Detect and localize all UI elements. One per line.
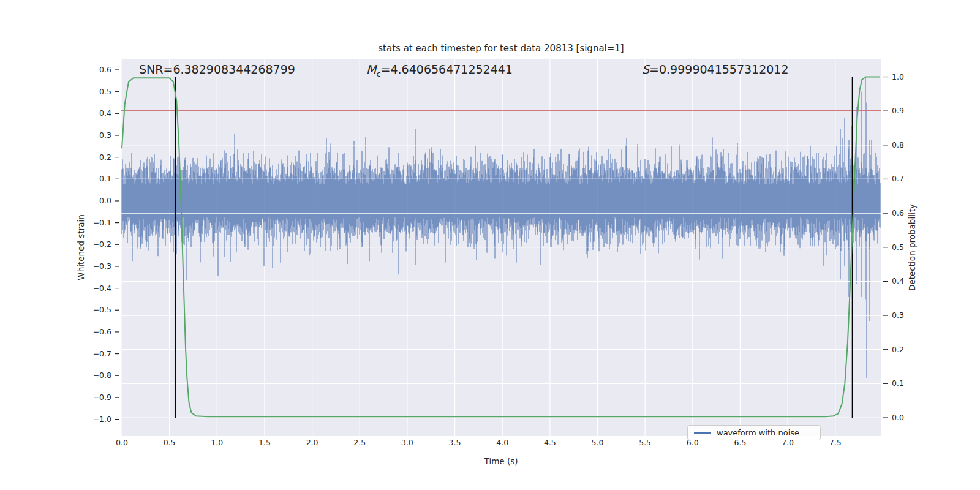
y-tick-label-right: 0.8 xyxy=(892,140,920,149)
x-tick-label: 5.0 xyxy=(584,438,611,447)
y-tick-label-left: −1.0 xyxy=(83,415,111,424)
y-tick-label-right: 0.4 xyxy=(892,276,920,285)
y-tick-label-left: 0.4 xyxy=(83,108,111,118)
legend-line-sample xyxy=(694,432,711,434)
x-tick-label: 2.0 xyxy=(299,438,326,447)
y-tick-label-right: 0.6 xyxy=(892,208,920,217)
y-tick-label-left: 0.2 xyxy=(83,153,111,162)
y-tick-label-left: 0.6 xyxy=(83,65,111,74)
figure: stats at each timestep for test data 208… xyxy=(0,0,980,490)
annotation-snr: SNR=6.382908344268799 xyxy=(139,62,295,76)
y-tick-label-left: −0.8 xyxy=(83,371,111,380)
x-tick-label: 1.0 xyxy=(203,438,230,447)
chart-title: stats at each timestep for test data 208… xyxy=(378,43,624,54)
annotation-s: S=0.9999041557312012 xyxy=(642,62,789,76)
y-tick-label-left: −0.2 xyxy=(83,239,111,249)
y-tick-label-left: 0.5 xyxy=(83,87,111,96)
x-tick-label: 0.0 xyxy=(108,438,135,447)
y-tick-label-left: −0.9 xyxy=(83,393,111,402)
y-tick-label-right: 0.3 xyxy=(892,311,920,320)
y-tick-label-left: 0.1 xyxy=(83,174,111,183)
x-tick-label: 1.5 xyxy=(251,438,278,447)
y-tick-label-left: −0.4 xyxy=(83,284,111,293)
legend: waveform with noise xyxy=(687,425,821,440)
y-tick-label-right: 0.2 xyxy=(892,345,920,354)
plot-area xyxy=(121,59,881,436)
x-tick-label: 3.0 xyxy=(394,438,421,447)
y-tick-label-right: 1.0 xyxy=(892,72,920,81)
y-tick-label-right: 0.7 xyxy=(892,174,920,183)
y-tick-label-left: −0.7 xyxy=(83,349,111,358)
annotation-m: Mc=4.640656471252441 xyxy=(366,62,513,78)
y-tick-label-right: 0.9 xyxy=(892,106,920,115)
x-tick-label: 4.0 xyxy=(489,438,516,447)
legend-label: waveform with noise xyxy=(717,428,799,437)
y-tick-label-left: 0.0 xyxy=(83,196,111,205)
x-tick-label: 3.5 xyxy=(442,438,469,447)
x-tick-label: 5.5 xyxy=(631,438,658,447)
y-tick-label-right: 0.5 xyxy=(892,243,920,252)
x-tick-label: 4.5 xyxy=(537,438,564,447)
x-tick-label: 7.5 xyxy=(822,438,849,447)
y-tick-label-left: 0.3 xyxy=(83,130,111,140)
x-tick-label: 0.5 xyxy=(156,438,183,447)
y-tick-label-left: −0.3 xyxy=(83,262,111,271)
x-tick-label: 2.5 xyxy=(346,438,373,447)
y-tick-label-left: −0.6 xyxy=(83,327,111,336)
y-tick-label-right: 0.1 xyxy=(892,379,920,388)
y-tick-label-left: −0.1 xyxy=(83,218,111,227)
x-axis-label: Time (s) xyxy=(484,456,518,466)
y-tick-label-right: 0.0 xyxy=(892,413,920,422)
y-tick-label-left: −0.5 xyxy=(83,305,111,314)
